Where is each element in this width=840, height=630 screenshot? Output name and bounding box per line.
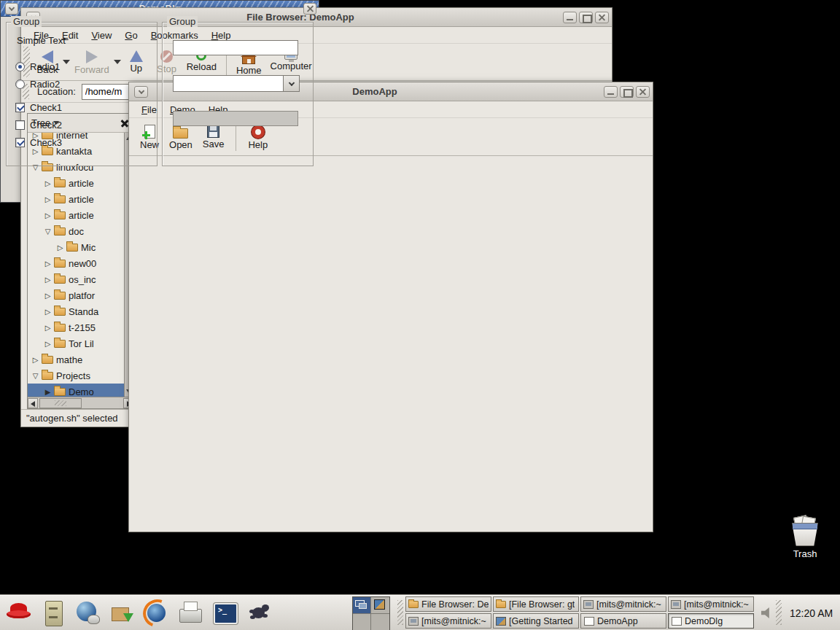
tree-expander-icon[interactable]	[43, 211, 52, 219]
window-icon	[583, 600, 594, 609]
combo-box[interactable]	[173, 75, 300, 92]
checkbox-group: Check1 Check2 Check3	[15, 98, 62, 151]
desktop[interactable]: File Browser: DemoApp FileEditViewGoBook…	[0, 0, 840, 630]
panel-launchers	[4, 598, 274, 628]
group-label: Group	[167, 16, 198, 27]
tree-item[interactable]: t-2155	[28, 319, 124, 335]
radio-icon[interactable]	[15, 62, 25, 71]
taskbar-window-button[interactable]: [mits@mitnick:~	[580, 596, 666, 612]
text-entry[interactable]	[173, 40, 298, 55]
tree-item[interactable]: doc	[28, 223, 124, 239]
close-button[interactable]	[303, 3, 316, 15]
tree-item-label: article	[69, 178, 94, 189]
tree-item[interactable]: article	[28, 191, 124, 207]
tree-expander-icon[interactable]	[43, 195, 52, 203]
tree-view: internet kantakta linuxfocu	[28, 133, 124, 397]
minimize-button[interactable]	[563, 12, 577, 23]
tree-expander-icon[interactable]	[43, 260, 52, 268]
taskbar-window-button[interactable]: DemoApp	[580, 613, 666, 629]
launcher-icon[interactable]	[244, 598, 274, 628]
radio-label: Radio1	[30, 61, 60, 72]
tree-item-label: new00	[69, 258, 96, 269]
tree-item[interactable]: Projects	[28, 368, 124, 384]
tree-item[interactable]: platfor	[28, 287, 124, 303]
taskbar-window-button[interactable]: [mits@mitnick:~	[668, 596, 754, 612]
tree-item-label: platfor	[69, 290, 95, 301]
workspace-1[interactable]	[353, 597, 371, 614]
minimize-button[interactable]	[604, 86, 618, 98]
chevron-down-icon	[9, 4, 15, 10]
taskbar-window-button[interactable]: DemoDlg	[668, 613, 754, 629]
radio-icon[interactable]	[15, 79, 25, 89]
workspace-2[interactable]	[371, 597, 389, 614]
panel-drag-handle[interactable]	[397, 600, 403, 625]
close-button[interactable]	[595, 12, 609, 23]
tree-horizontal-scrollbar[interactable]	[28, 397, 133, 408]
taskbar-window-button[interactable]: File Browser: De	[405, 596, 491, 612]
taskbar-window-button[interactable]: [Getting Started	[493, 613, 579, 629]
taskbar-window-button[interactable]: [File Browser: gt	[493, 596, 579, 612]
tree-expander-icon[interactable]	[43, 179, 52, 187]
launcher-icon[interactable]	[4, 598, 34, 628]
tree-item[interactable]: mathe	[28, 351, 124, 368]
maximize-button[interactable]	[620, 86, 634, 98]
tree-expander-icon[interactable]	[43, 388, 52, 396]
window-list-row-1: File Browser: De [File Browser: gt [mits…	[405, 596, 758, 612]
trash-icon[interactable]: Trash	[786, 516, 824, 559]
maximize-button[interactable]	[579, 12, 593, 23]
tree-expander-icon[interactable]	[43, 308, 52, 316]
window-icon	[408, 617, 419, 626]
taskbar-window-button[interactable]: [mits@mitnick:~	[405, 613, 491, 629]
volume-speaker-icon[interactable]	[761, 607, 773, 618]
tree-expander-icon[interactable]	[31, 372, 40, 380]
checkbox-icon[interactable]	[15, 103, 25, 112]
checkbox-icon[interactable]	[15, 120, 25, 130]
launcher-icon[interactable]	[175, 598, 206, 628]
launcher-icon[interactable]	[72, 598, 103, 628]
tree-expander-icon[interactable]	[43, 340, 52, 348]
folder-icon	[54, 388, 66, 396]
trash-basket-icon	[790, 516, 820, 547]
checkbox-label: Check2	[30, 120, 62, 131]
checkbox-option[interactable]: Check3	[15, 133, 62, 151]
checkbox-label: Check1	[30, 102, 62, 113]
checkbox-option[interactable]: Check2	[15, 116, 62, 133]
window-list: File Browser: De [File Browser: gt [mits…	[405, 596, 758, 630]
combo-input[interactable]	[173, 75, 283, 92]
checkbox-option[interactable]: Check1	[15, 98, 62, 116]
tree-expander-icon[interactable]	[55, 244, 65, 252]
tree-expander-icon[interactable]	[31, 356, 40, 364]
radio-option[interactable]: Radio2	[15, 75, 60, 93]
window-menu-button[interactable]	[5, 3, 18, 15]
launcher-icon[interactable]	[38, 598, 69, 628]
tree-expander-icon[interactable]	[43, 276, 52, 284]
radio-option[interactable]: Radio1	[15, 58, 60, 75]
tree-expander-icon[interactable]	[43, 324, 52, 332]
launcher-icon[interactable]	[141, 598, 171, 628]
tree-item[interactable]: article	[28, 207, 124, 223]
tree-expander-icon[interactable]	[43, 228, 52, 236]
folder-icon	[54, 292, 66, 300]
tree-item[interactable]: Demo	[28, 384, 124, 397]
combo-dropdown-button[interactable]	[283, 75, 300, 92]
scrollbar-thumb[interactable]	[39, 398, 82, 408]
clock[interactable]: 12:20 AM	[790, 595, 833, 630]
tree-item[interactable]: Tor Lil	[28, 335, 124, 351]
tree-item[interactable]: os_inc	[28, 271, 124, 287]
tree-item-label: Standa	[69, 306, 98, 317]
tree-item[interactable]: new00	[28, 255, 124, 271]
tree-item[interactable]: Standa	[28, 303, 124, 319]
folder-icon	[42, 372, 53, 380]
scroll-left-arrow[interactable]	[28, 398, 38, 408]
close-button[interactable]	[636, 86, 650, 98]
tree-expander-icon[interactable]	[43, 292, 52, 300]
launcher-icon[interactable]	[106, 598, 137, 628]
launcher-icon[interactable]	[209, 598, 240, 628]
workspace-3[interactable]	[353, 614, 371, 630]
tree-item[interactable]: article	[28, 175, 124, 191]
workspace-4[interactable]	[371, 614, 389, 630]
checkbox-icon[interactable]	[15, 138, 25, 147]
tree-item[interactable]: Mic	[28, 239, 124, 255]
folder-icon	[54, 179, 66, 187]
panel-drag-handle[interactable]	[776, 600, 782, 625]
